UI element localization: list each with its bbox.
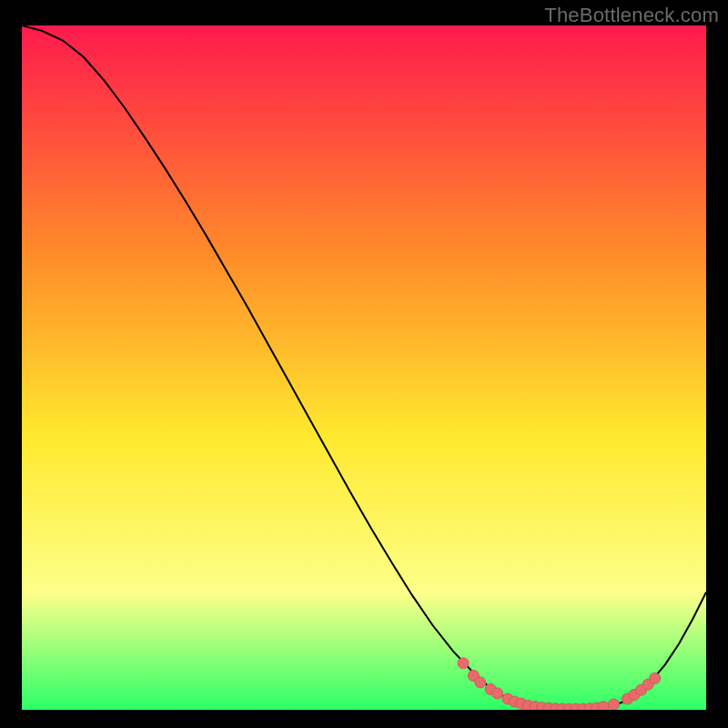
highlight-dot [598, 702, 609, 710]
highlight-dot [608, 699, 619, 710]
gradient-background [22, 25, 706, 710]
highlight-dot [458, 658, 469, 669]
chart-frame: TheBottleneck.com [0, 0, 728, 728]
highlight-dot [475, 677, 486, 688]
highlight-dot [650, 672, 661, 683]
highlight-dot [492, 688, 503, 699]
plot-area [22, 25, 706, 710]
bottleneck-chart [22, 25, 706, 710]
watermark-text: TheBottleneck.com [544, 4, 719, 27]
